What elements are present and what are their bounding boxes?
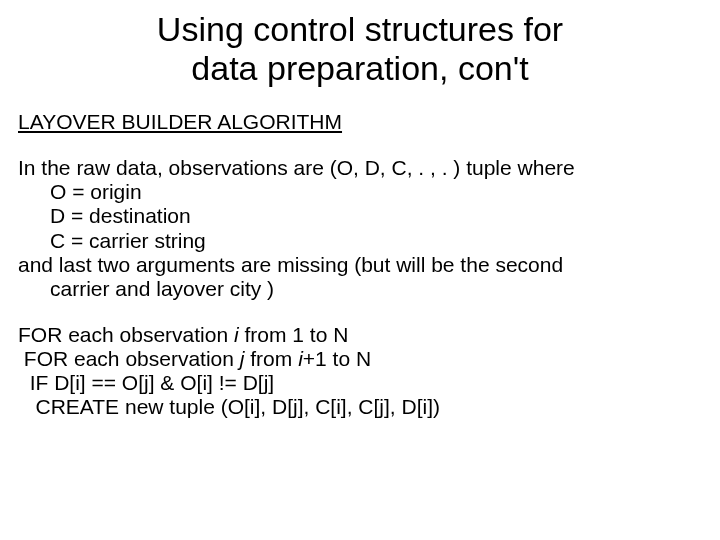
tail-line-2: carrier and layover city ) xyxy=(18,277,720,301)
section-heading: LAYOVER BUILDER ALGORITHM xyxy=(18,110,720,134)
intro-line: In the raw data, observations are (O, D,… xyxy=(18,156,575,179)
algo-if: IF D[i] == O[j] & O[i] != D[j] xyxy=(18,371,274,394)
tail-line-1: and last two arguments are missing (but … xyxy=(18,253,563,276)
def-d: D = destination xyxy=(18,204,720,228)
algo-for-inner: FOR each observation j from i+1 to N xyxy=(24,347,371,370)
title-line-2: data preparation, con't xyxy=(191,49,528,87)
def-c: C = carrier string xyxy=(18,229,720,253)
slide-title: Using control structures for data prepar… xyxy=(0,0,720,88)
algorithm-block: FOR each observation i from 1 to N FOR e… xyxy=(18,323,720,420)
slide: Using control structures for data prepar… xyxy=(0,0,720,540)
algo-for-outer: FOR each observation i from 1 to N xyxy=(18,323,348,346)
algo-create: CREATE new tuple (O[i], D[j], C[i], C[j]… xyxy=(18,395,440,418)
title-line-1: Using control structures for xyxy=(157,10,563,48)
def-o: O = origin xyxy=(18,180,720,204)
body-text: In the raw data, observations are (O, D,… xyxy=(18,156,720,301)
